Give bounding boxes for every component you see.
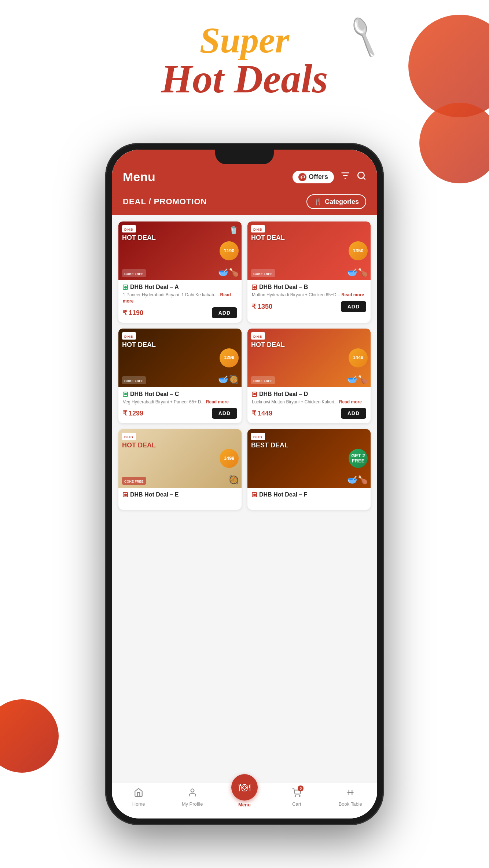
card-desc-b: Mutton Hyderabadi Biryani + Chicken 65+D…	[252, 292, 366, 298]
card-banner-e: DHB HOT DEAL 1499 COKE FREE 🥘	[118, 429, 242, 488]
veg-indicator-d	[252, 392, 257, 397]
app-screen: Menu 🏷 Offers	[112, 150, 377, 818]
price-bubble-c: 1299	[220, 348, 239, 367]
add-button-c[interactable]: ADD	[212, 408, 237, 419]
card-banner-a: DHB HOT DEAL 1190 COKE FREE 🥣	[118, 221, 242, 280]
price-bubble-f: GET 2 FREE	[349, 449, 368, 468]
nav-home-label: Home	[132, 801, 145, 807]
nav-cart[interactable]: 0 Cart	[282, 788, 311, 807]
phone-inner: Menu 🏷 Offers	[112, 150, 377, 818]
search-icon[interactable]	[357, 171, 366, 183]
read-more-c[interactable]: Read more	[206, 399, 229, 404]
fork-knife-icon: 🍴	[314, 198, 322, 206]
add-button-a[interactable]: ADD	[212, 307, 237, 318]
card-banner-b: DHB HOT DEAL 1350 COKE FREE 🥣	[247, 221, 371, 280]
deal-promotion-label: DEAL / PROMOTION	[123, 197, 207, 206]
card-image-f: DHB BEST DEAL GET 2 FREE 🥣 🍗	[247, 429, 371, 488]
card-name-b: DHB Hot Deal – B	[259, 284, 308, 290]
offers-label: Offers	[309, 173, 328, 181]
card-price-d: ₹ 1449	[252, 409, 272, 417]
card-name-row-e: DHB Hot Deal – E	[123, 491, 237, 498]
profile-icon	[188, 788, 197, 800]
card-image-e: DHB HOT DEAL 1499 COKE FREE 🥘	[118, 429, 242, 488]
page-header: Super Hot Deals	[0, 22, 489, 99]
menu-card-b: DHB HOT DEAL 1350 COKE FREE 🥣	[247, 221, 371, 323]
card-info-b: DHB Hot Deal – B Mutton Hyderabadi Birya…	[247, 280, 371, 316]
add-button-b[interactable]: ADD	[341, 301, 366, 312]
card-desc-d: Lucknowi Mutton Biryani + Chicken Kakori…	[252, 399, 366, 405]
offers-icon: 🏷	[298, 173, 306, 181]
super-title: Super	[0, 22, 489, 59]
svg-point-6	[295, 796, 296, 796]
filter-icon[interactable]	[341, 171, 350, 183]
bottom-navigation: Home My Profile 🍽	[112, 782, 377, 818]
price-bubble-a: 1190	[220, 241, 239, 260]
menu-card-c: DHB HOT DEAL 1299 COKE FREE 🥣	[118, 329, 242, 424]
phone-notch	[215, 150, 274, 164]
cart-badge: 0	[298, 785, 304, 791]
price-bubble-d: 1449	[349, 348, 368, 367]
nav-profile-label: My Profile	[182, 801, 203, 807]
nav-book-table[interactable]: Book Table	[336, 788, 365, 807]
bg-decoration-mid-right	[419, 103, 489, 183]
menu-circle-button[interactable]: 🍽	[231, 774, 258, 801]
card-image-d: DHB HOT DEAL 1449 COKE FREE 🥣	[247, 329, 371, 387]
nav-profile[interactable]: My Profile	[178, 788, 207, 807]
svg-line-4	[363, 177, 365, 179]
card-name-c: DHB Hot Deal – C	[130, 391, 179, 398]
phone-mockup: Menu 🏷 Offers	[105, 143, 384, 825]
price-bubble-e: 1499	[220, 449, 239, 468]
app-title: Menu	[123, 170, 155, 184]
card-name-row-d: DHB Hot Deal – D	[252, 391, 366, 398]
read-more-b[interactable]: Read more	[341, 292, 364, 297]
card-info-f: DHB Hot Deal – F	[247, 488, 371, 504]
read-more-d[interactable]: Read more	[339, 399, 362, 404]
phone-shell: Menu 🏷 Offers	[105, 143, 384, 825]
veg-indicator-e	[123, 492, 128, 497]
menu-logo-icon: 🍽	[239, 781, 250, 794]
card-price-c: ₹ 1299	[123, 409, 143, 417]
card-banner-f: DHB BEST DEAL GET 2 FREE 🥣 🍗	[247, 429, 371, 488]
price-bubble-b: 1350	[349, 241, 368, 260]
card-bottom-a: ₹ 1190 ADD	[123, 307, 237, 318]
category-bar: DEAL / PROMOTION 🍴 Categories	[112, 191, 377, 215]
card-desc-c: Veg Hyderabadi Biryani + Paneer 65+ D...…	[123, 399, 237, 405]
menu-card-f: DHB BEST DEAL GET 2 FREE 🥣 🍗	[247, 429, 371, 510]
offers-button[interactable]: 🏷 Offers	[293, 171, 334, 183]
svg-point-7	[299, 796, 300, 796]
nav-home[interactable]: Home	[124, 788, 153, 807]
add-button-d[interactable]: ADD	[341, 408, 366, 419]
card-price-b: ₹ 1350	[252, 303, 272, 311]
book-table-icon	[346, 788, 355, 800]
nav-book-table-label: Book Table	[339, 801, 362, 807]
card-name-row-b: DHB Hot Deal – B	[252, 284, 366, 290]
card-image-a: DHB HOT DEAL 1190 COKE FREE 🥣	[118, 221, 242, 280]
hot-deals-title: Hot Deals	[0, 59, 489, 99]
veg-indicator-b	[252, 285, 257, 290]
svg-point-5	[191, 789, 194, 792]
card-name-a: DHB Hot Deal – A	[130, 284, 179, 290]
card-info-a: DHB Hot Deal – A 1 Paneer Hyderabadi Bir…	[118, 280, 242, 323]
menu-card-d: DHB HOT DEAL 1449 COKE FREE 🥣	[247, 329, 371, 424]
nav-menu-center[interactable]: 🍽 Menu	[231, 774, 258, 807]
card-name-d: DHB Hot Deal – D	[259, 391, 308, 398]
nav-cart-label: Cart	[292, 801, 301, 807]
veg-indicator-f	[252, 492, 257, 497]
card-name-e: DHB Hot Deal – E	[130, 491, 179, 498]
bg-decoration-bottom-left	[0, 699, 59, 773]
card-bottom-c: ₹ 1299 ADD	[123, 408, 237, 419]
card-name-f: DHB Hot Deal – F	[259, 491, 308, 498]
card-bottom-b: ₹ 1350 ADD	[252, 301, 366, 312]
categories-label: Categories	[325, 198, 359, 206]
card-info-e: DHB Hot Deal – E	[118, 488, 242, 504]
card-info-c: DHB Hot Deal – C Veg Hyderabadi Biryani …	[118, 387, 242, 424]
card-price-a: ₹ 1190	[123, 309, 143, 317]
read-more-a[interactable]: Read more	[123, 292, 231, 304]
card-desc-a: 1 Paneer Hyderabadi Biryani .1 Dahi Ke k…	[123, 292, 237, 304]
home-icon	[134, 788, 143, 800]
menu-grid: DHB HOT DEAL 1190 COKE FREE 🥣	[112, 215, 377, 782]
card-image-b: DHB HOT DEAL 1350 COKE FREE 🥣	[247, 221, 371, 280]
categories-button[interactable]: 🍴 Categories	[306, 194, 366, 209]
veg-indicator-a	[123, 285, 128, 290]
header-actions: 🏷 Offers	[293, 171, 366, 183]
